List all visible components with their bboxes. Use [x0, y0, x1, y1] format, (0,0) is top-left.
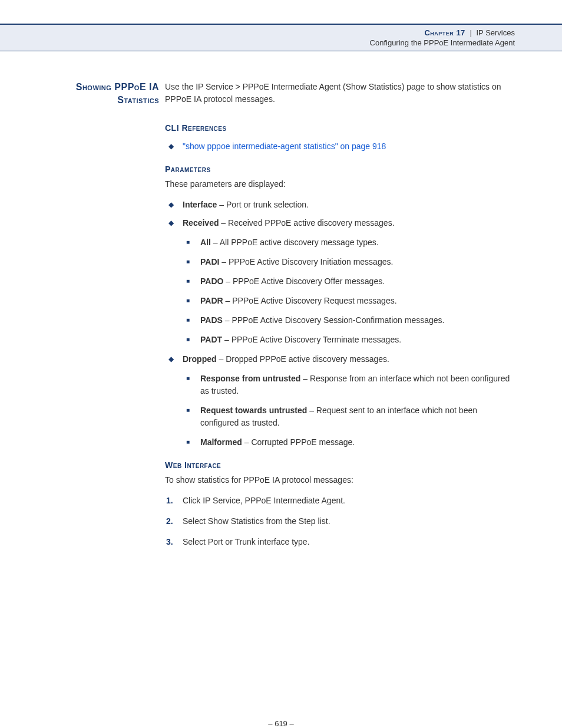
param-sub-desc: PPPoE Active Discovery Initiation messag… [229, 257, 393, 266]
page-header: Chapter 17 | IP Services Configuring the… [0, 24, 562, 51]
param-subitem: PADI – PPPoE Active Discovery Initiation… [183, 256, 515, 268]
param-desc: Dropped PPPoE active discovery messages. [226, 354, 389, 364]
intro-paragraph: Use the IP Service > PPPoE Intermediate … [165, 81, 515, 106]
param-sub-term: Request towards untrusted [200, 406, 307, 415]
param-item: Received – Received PPPoE active discove… [165, 217, 515, 346]
param-sub-desc: PPPoE Active Discovery Session-Confirmat… [232, 315, 444, 325]
param-term: Received [183, 218, 219, 228]
param-sub-term: PADI [200, 257, 219, 266]
param-item: Interface – Port or trunk selection. [165, 199, 515, 211]
param-subitem: PADT – PPPoE Active Discovery Terminate … [183, 334, 515, 346]
param-subitem: PADO – PPPoE Active Discovery Offer mess… [183, 275, 515, 288]
param-sub-desc: Corrupted PPPoE message. [251, 437, 355, 447]
param-sub-term: PADO [200, 276, 223, 286]
param-subitem: Request towards untrusted – Request sent… [183, 404, 515, 429]
parameters-list: Interface – Port or trunk selection. Rec… [165, 199, 515, 449]
param-subitem: PADR – PPPoE Active Discovery Request me… [183, 295, 515, 307]
param-desc: Port or trunk selection. [226, 200, 309, 209]
param-sub-term: Response from untrusted [200, 374, 300, 383]
param-sub-term: All [200, 238, 211, 247]
web-interface-intro: To show statistics for PPPoE IA protocol… [165, 474, 515, 486]
page-footer: – 619 – [0, 719, 562, 728]
param-subitem: PADS – PPPoE Active Discovery Session-Co… [183, 314, 515, 327]
param-sub-term: PADT [200, 335, 222, 344]
cli-references-list: "show pppoe intermediate-agent statistic… [165, 140, 515, 153]
param-sub-desc: All PPPoE active discovery message types… [220, 238, 379, 247]
web-interface-steps: Click IP Service, PPPoE Intermediate Age… [165, 495, 515, 548]
param-sublist: Response from untrusted – Response from … [183, 373, 515, 449]
param-subitem: Response from untrusted – Response from … [183, 373, 515, 397]
header-top-line: Chapter 17 | IP Services [0, 28, 515, 37]
param-sub-term: PADS [200, 315, 223, 325]
param-desc: Received PPPoE active discovery messages… [228, 218, 394, 228]
param-sub-term: Malformed [200, 437, 242, 447]
step-item: Select Port or Trunk interface type. [165, 536, 515, 548]
param-sub-desc: PPPoE Active Discovery Request messages. [232, 296, 396, 305]
parameters-intro: These parameters are displayed: [165, 178, 515, 190]
web-interface-heading: Web Interface [165, 459, 515, 472]
chapter-label: Chapter 17 [424, 28, 465, 37]
param-sub-desc: PPPoE Active Discovery Terminate message… [232, 335, 401, 344]
step-item: Click IP Service, PPPoE Intermediate Age… [165, 495, 515, 507]
param-item: Dropped – Dropped PPPoE active discovery… [165, 353, 515, 449]
param-subitem: All – All PPPoE active discovery message… [183, 236, 515, 249]
cli-references-heading: CLI References [165, 122, 515, 134]
section-side-title: Showing PPPoE IA Statistics [59, 81, 159, 107]
step-item: Select Show Statistics from the Step lis… [165, 515, 515, 528]
parameters-heading: Parameters [165, 163, 515, 176]
cli-reference-item: "show pppoe intermediate-agent statistic… [165, 140, 515, 153]
cli-reference-link[interactable]: "show pppoe intermediate-agent statistic… [183, 141, 386, 151]
param-sub-desc: PPPoE Active Discovery Offer messages. [233, 276, 385, 286]
param-subitem: Malformed – Corrupted PPPoE message. [183, 436, 515, 449]
param-sublist: All – All PPPoE active discovery message… [183, 236, 515, 346]
param-term: Interface [183, 200, 217, 209]
param-sub-term: PADR [200, 296, 223, 305]
header-section: Configuring the PPPoE Intermediate Agent [0, 38, 515, 47]
header-separator: | [470, 28, 471, 37]
chapter-topic: IP Services [476, 28, 515, 37]
param-term: Dropped [183, 354, 217, 364]
